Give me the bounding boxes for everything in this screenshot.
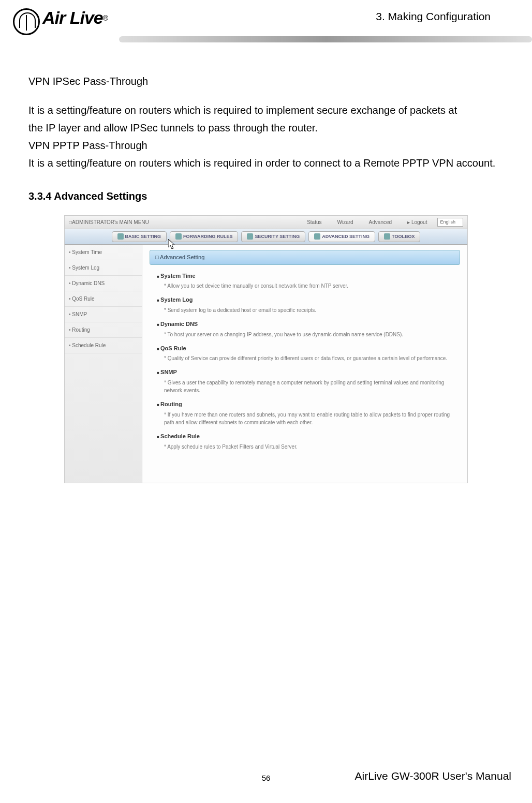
main-panel: □ Advanced Setting System TimeAllow you … bbox=[142, 245, 467, 483]
admin-toolbar-title: ADMINISTRATOR's MAIN MENU bbox=[72, 218, 307, 227]
sidebar-item-routing[interactable]: Routing bbox=[65, 322, 142, 338]
item-desc: To host your server on a changing IP add… bbox=[164, 331, 460, 338]
item-desc: Allow you to set device time manually or… bbox=[164, 282, 460, 290]
paragraph: It is a setting/feature on routers which… bbox=[28, 101, 504, 119]
item-title: QoS Rule bbox=[157, 344, 460, 353]
tab-icon bbox=[117, 233, 124, 240]
tab-row: BASIC SETTING FORWARDING RULES SECURITY … bbox=[65, 229, 467, 245]
section-heading: 3.3.4 Advanced Settings bbox=[28, 187, 504, 205]
tab-security[interactable]: SECURITY SETTING bbox=[241, 231, 305, 242]
page-number: 56 bbox=[262, 774, 271, 782]
logo-text: Air Live bbox=[42, 8, 103, 27]
toolbar-link-advanced[interactable]: Advanced bbox=[369, 218, 392, 227]
admin-toolbar: □ ADMINISTRATOR's MAIN MENU Status Wizar… bbox=[65, 216, 467, 229]
tab-icon bbox=[175, 233, 182, 240]
sidebar-item-ddns[interactable]: Dynamic DNS bbox=[65, 276, 142, 291]
sidebar-item-schedule[interactable]: Schedule Rule bbox=[65, 338, 142, 353]
tab-icon bbox=[247, 233, 253, 240]
item-desc: If you have more than one routers and su… bbox=[164, 411, 460, 426]
item-title: Dynamic DNS bbox=[157, 319, 460, 329]
tab-icon bbox=[314, 233, 320, 240]
item-desc: Apply schedule rules to Packet Filters a… bbox=[164, 443, 460, 451]
tab-forwarding[interactable]: FORWARDING RULES bbox=[170, 231, 238, 242]
tab-advanced[interactable]: ADVANCED SETTING bbox=[308, 231, 375, 242]
logo: Air Live® bbox=[13, 8, 135, 44]
chapter-title: 3. Making Configuration bbox=[376, 10, 491, 23]
sidebar-item-snmp[interactable]: SNMP bbox=[65, 307, 142, 322]
item-desc: Send system log to a dedicated host or e… bbox=[164, 306, 460, 314]
toolbar-link-status[interactable]: Status bbox=[307, 218, 321, 227]
item-desc: Quality of Service can provide different… bbox=[164, 354, 460, 362]
manual-title-footer: AirLive GW-300R User's Manual bbox=[355, 770, 511, 782]
subheading-ipsec: VPN IPSec Pass-Through bbox=[28, 72, 504, 90]
item-title: Routing bbox=[157, 399, 460, 409]
item-title: SNMP bbox=[157, 367, 460, 377]
tab-toolbox[interactable]: TOOLBOX bbox=[378, 231, 420, 242]
paragraph: It is a setting/feature on routers which… bbox=[28, 154, 504, 172]
item-title: System Log bbox=[157, 295, 460, 305]
toolbar-link-logout[interactable]: ▸ Logout bbox=[407, 218, 427, 227]
toolbar-link-wizard[interactable]: Wizard bbox=[337, 218, 353, 227]
logo-icon bbox=[13, 8, 40, 35]
sidebar: System Time System Log Dynamic DNS QoS R… bbox=[65, 245, 142, 483]
subheading-pptp: VPN PPTP Pass-Through bbox=[28, 137, 504, 154]
language-select[interactable]: English bbox=[437, 218, 463, 227]
sidebar-item-qos[interactable]: QoS Rule bbox=[65, 291, 142, 307]
item-desc: Gives a user the capability to remotely … bbox=[164, 379, 460, 394]
logo-registered: ® bbox=[103, 14, 108, 22]
item-title: Schedule Rule bbox=[157, 432, 460, 441]
tab-icon bbox=[384, 233, 390, 240]
header-divider bbox=[119, 36, 532, 42]
item-title: System Time bbox=[157, 271, 460, 281]
panel-title: □ Advanced Setting bbox=[150, 250, 460, 265]
paragraph: the IP layer and allow IPSec tunnels to … bbox=[28, 119, 504, 137]
sidebar-item-system-time[interactable]: System Time bbox=[65, 245, 142, 260]
embedded-screenshot: □ ADMINISTRATOR's MAIN MENU Status Wizar… bbox=[64, 215, 468, 483]
tab-basic[interactable]: BASIC SETTING bbox=[112, 231, 167, 242]
sidebar-item-system-log[interactable]: System Log bbox=[65, 260, 142, 276]
